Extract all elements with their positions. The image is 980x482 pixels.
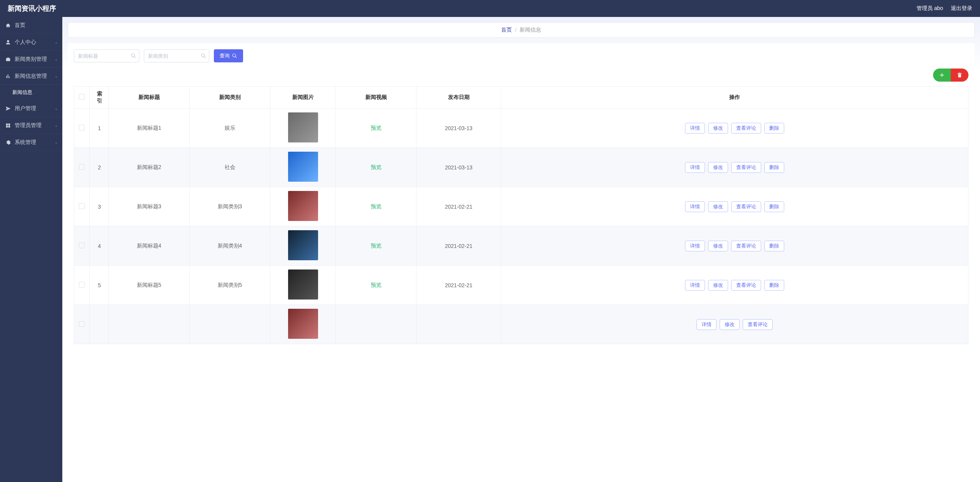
comments-button[interactable]: 查看评论 (731, 201, 761, 212)
cell-index: 3 (90, 187, 109, 226)
cell-category: 娱乐 (190, 109, 270, 148)
cell-category: 新闻类别4 (190, 226, 270, 266)
sidebar-subitem-news-info[interactable]: 新闻信息 (0, 85, 62, 100)
current-user[interactable]: 管理员 abo (917, 5, 943, 12)
sidebar-item-system[interactable]: 系统管理 ⌄ (0, 134, 62, 151)
detail-button[interactable]: 详情 (697, 319, 717, 330)
edit-button[interactable]: 修改 (708, 201, 728, 212)
edit-button[interactable]: 修改 (708, 280, 728, 291)
sidebar-item-category[interactable]: 新闻类别管理 ⌄ (0, 51, 62, 68)
cell-index: 2 (90, 148, 109, 187)
news-thumbnail[interactable] (288, 112, 318, 142)
cell-video: 预览 (336, 266, 417, 305)
detail-button[interactable]: 详情 (685, 241, 705, 251)
cell-image (270, 305, 336, 344)
comments-button[interactable]: 查看评论 (731, 123, 761, 134)
sidebar-item-profile[interactable]: 个人中心 ⌄ (0, 34, 62, 51)
trash-icon (957, 72, 963, 78)
cell-date: 2021-03-13 (417, 109, 501, 148)
grid-icon (5, 123, 11, 128)
cell-date: 2021-03-13 (417, 148, 501, 187)
cell-date (417, 305, 501, 344)
news-thumbnail[interactable] (288, 309, 318, 339)
table-row: 3 新闻标题3 新闻类别3 预览 2021-02-21 详情 修改 查看评论 删… (74, 187, 968, 226)
edit-button[interactable]: 修改 (708, 241, 728, 251)
add-button[interactable] (933, 69, 951, 82)
video-preview-link[interactable]: 预览 (371, 125, 382, 131)
sidebar-item-news[interactable]: 新闻信息管理 ⌄ (0, 68, 62, 85)
cell-ops: 详情 修改 查看评论 删除 (501, 187, 968, 226)
chevron-down-icon: ⌄ (55, 40, 58, 44)
bars-icon (5, 74, 11, 79)
cell-title: 新闻标题2 (109, 148, 190, 187)
chevron-down-icon: ⌄ (55, 57, 58, 61)
edit-button[interactable]: 修改 (720, 319, 740, 330)
delete-button[interactable]: 删除 (764, 123, 784, 134)
search-button[interactable]: 查询 (214, 49, 243, 62)
chevron-down-icon: ⌄ (55, 74, 58, 78)
cell-ops: 详情 修改 查看评论 删除 (501, 266, 968, 305)
sidebar-item-users[interactable]: 用户管理 ⌄ (0, 100, 62, 117)
cell-video: 预览 (336, 148, 417, 187)
video-preview-link[interactable]: 预览 (371, 282, 382, 288)
cell-image (270, 266, 336, 305)
row-checkbox[interactable] (79, 243, 85, 248)
filter-title-input[interactable] (74, 49, 139, 62)
comments-button[interactable]: 查看评论 (731, 162, 761, 173)
news-thumbnail[interactable] (288, 269, 318, 300)
detail-button[interactable]: 详情 (685, 123, 705, 134)
comments-button[interactable]: 查看评论 (743, 319, 773, 330)
row-checkbox[interactable] (79, 125, 85, 131)
bulk-delete-button[interactable] (951, 69, 968, 82)
edit-button[interactable]: 修改 (708, 123, 728, 134)
sidebar-item-home[interactable]: 首页 (0, 17, 62, 34)
delete-button[interactable]: 删除 (764, 241, 784, 251)
logout-link[interactable]: 退出登录 (951, 5, 972, 12)
delete-button[interactable]: 删除 (764, 162, 784, 173)
news-table: 索引 新闻标题 新闻类别 新闻图片 新闻视频 发布日期 操作 1 新闻标题1 娱… (74, 86, 968, 344)
comments-button[interactable]: 查看评论 (731, 241, 761, 251)
sidebar-item-admins[interactable]: 管理员管理 ⌄ (0, 117, 62, 134)
edit-button[interactable]: 修改 (708, 162, 728, 173)
user-icon (5, 40, 11, 45)
th-title: 新闻标题 (109, 87, 190, 109)
delete-button[interactable]: 删除 (764, 280, 784, 291)
delete-button[interactable]: 删除 (764, 201, 784, 212)
cell-date: 2021-02-21 (417, 187, 501, 226)
video-preview-link[interactable]: 预览 (371, 203, 382, 209)
row-checkbox[interactable] (79, 164, 85, 170)
table-row: 5 新闻标题5 新闻类别5 预览 2021-02-21 详情 修改 查看评论 删… (74, 266, 968, 305)
news-thumbnail[interactable] (288, 230, 318, 260)
cell-index: 1 (90, 109, 109, 148)
comments-button[interactable]: 查看评论 (731, 280, 761, 291)
search-icon (131, 53, 136, 59)
detail-button[interactable]: 详情 (685, 201, 705, 212)
home-icon (5, 23, 11, 28)
row-checkbox[interactable] (79, 203, 85, 209)
cell-video: 预览 (336, 226, 417, 266)
select-all-checkbox[interactable] (79, 94, 85, 100)
news-thumbnail[interactable] (288, 152, 318, 182)
table-row: 1 新闻标题1 娱乐 预览 2021-03-13 详情 修改 查看评论 删除 (74, 109, 968, 148)
sidebar-item-label: 系统管理 (15, 139, 36, 146)
cell-category: 新闻类别3 (190, 187, 270, 226)
cell-title: 新闻标题3 (109, 187, 190, 226)
detail-button[interactable]: 详情 (685, 162, 705, 173)
sidebar-item-label: 个人中心 (15, 39, 36, 46)
row-checkbox[interactable] (79, 282, 85, 288)
detail-button[interactable]: 详情 (685, 280, 705, 291)
filter-category-input[interactable] (144, 49, 209, 62)
cell-index (90, 305, 109, 344)
video-preview-link[interactable]: 预览 (371, 243, 382, 249)
cell-index: 5 (90, 266, 109, 305)
search-icon (232, 53, 237, 59)
cell-title: 新闻标题4 (109, 226, 190, 266)
gear-icon (5, 140, 11, 145)
breadcrumb-home[interactable]: 首页 (501, 27, 512, 33)
news-thumbnail[interactable] (288, 191, 318, 221)
cell-ops: 详情 修改 查看评论 删除 (501, 148, 968, 187)
video-preview-link[interactable]: 预览 (371, 164, 382, 170)
sidebar-item-label: 新闻类别管理 (15, 56, 47, 63)
send-icon (5, 106, 11, 111)
row-checkbox[interactable] (79, 321, 85, 327)
